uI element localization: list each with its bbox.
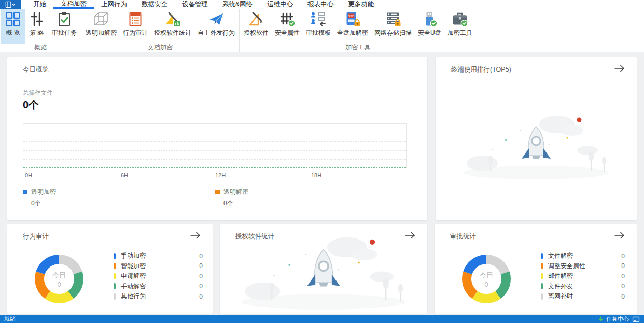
top-menu-bar: 开始文档加密上网行为数据安全设备管理系统&网络运维中心报表中心更多功能 xyxy=(0,0,644,9)
doc-list-icon xyxy=(127,11,144,27)
legend-value: 0 xyxy=(199,283,203,290)
ribbon-button-licensed-software[interactable]: 授权软件 xyxy=(241,9,272,44)
svg-text:SSD: SSD xyxy=(348,15,354,18)
ribbon-button-licensed-software-stats[interactable]: 授权软件统计 xyxy=(151,9,194,44)
cube-icon xyxy=(93,11,109,27)
behavior-audit-card: 行为审计 今日0 手动加密0智能加密0申请解密0手动解密0其他行为0 xyxy=(7,224,213,314)
menu-tab-home[interactable]: 开始 xyxy=(26,0,53,9)
ribbon-button-label: 加密工具 xyxy=(447,29,472,37)
ribbon-button-behavior-audit[interactable]: 行为审计 xyxy=(120,9,151,44)
legend-label: 文件外发 xyxy=(548,282,621,291)
menu-tab-data-security[interactable]: 数据安全 xyxy=(134,0,175,9)
usb-check-icon xyxy=(421,11,438,27)
behavior-legend: 手动加密0智能加密0申请解密0手动解密0其他行为0 xyxy=(114,251,203,302)
legend-marker xyxy=(114,253,116,259)
ribbon-button-label: 透明加解密 xyxy=(86,29,117,37)
legend-label: 离网补时 xyxy=(548,292,621,301)
ribbon-button-label: 策 略 xyxy=(30,29,44,37)
x-tick: 12H xyxy=(215,172,226,178)
legend-marker xyxy=(114,283,116,289)
axis-baseline xyxy=(23,167,406,168)
empty-state-illustration xyxy=(235,225,412,313)
legend-value: 0 xyxy=(621,293,625,300)
task-center-button[interactable]: 任务中心 xyxy=(598,315,629,323)
ribbon-button-approval-tasks[interactable]: 审批任务 xyxy=(49,9,80,44)
menu-tab-web-behavior[interactable]: 上网行为 xyxy=(94,0,134,9)
menu-tabs: 开始文档加密上网行为数据安全设备管理系统&网络运维中心报表中心更多功能 xyxy=(26,0,381,9)
ribbon-button-label: 行为审计 xyxy=(123,29,148,37)
ribbon-toolbar: 概 览策 略审批任务概览透明加解密行为审计授权软件统计自主外发行为文档加密授权软… xyxy=(0,9,644,52)
task-window-icon[interactable] xyxy=(632,316,640,322)
chart-pencil-icon xyxy=(164,11,181,27)
legend-value: 0 xyxy=(621,273,625,280)
ribbon-group-label: 文档加密 xyxy=(81,44,239,52)
arrow-right-icon[interactable] xyxy=(190,231,201,241)
legend-transparent-encrypt: 透明加密 0个 xyxy=(23,188,56,208)
sliders-icon xyxy=(29,11,45,27)
card-title: 今日概览 xyxy=(23,65,49,74)
ribbon-button-label: 概 览 xyxy=(6,29,20,37)
gridline xyxy=(23,141,406,142)
menu-tab-device-mgmt[interactable]: 设备管理 xyxy=(175,0,215,9)
legend-value: 0 xyxy=(199,262,203,270)
main-content: 今日概览 总操作文件 0个 0H 6H 12H 18H 透明加密 0个 xyxy=(0,52,644,315)
legend-label: 邮件解密 xyxy=(548,272,621,280)
ribbon-button-security-attr[interactable]: 安全属性 xyxy=(272,9,303,44)
org-template-icon xyxy=(310,11,327,27)
arrow-right-icon[interactable] xyxy=(614,231,625,241)
toolbox-check-icon xyxy=(452,11,468,27)
menu-tab-system-network[interactable]: 系统&网络 xyxy=(215,0,260,9)
legend-item: 申请解密0 xyxy=(114,271,203,282)
status-bar: 就绪 任务中心 xyxy=(0,315,644,323)
legend-marker xyxy=(23,190,27,194)
ribbon-button-network-storage-scan[interactable]: 网络存储扫描 xyxy=(371,9,415,44)
svg-text:0: 0 xyxy=(57,280,61,288)
ribbon-button-policy[interactable]: 策 略 xyxy=(25,9,49,44)
legend-value: 0 xyxy=(621,262,625,270)
setsquare-pencil-icon xyxy=(248,11,264,27)
app-window-icon xyxy=(4,1,17,8)
menu-tab-report-center[interactable]: 报表中心 xyxy=(300,0,341,9)
today-overview-card: 今日概览 总操作文件 0个 0H 6H 12H 18H 透明加密 0个 xyxy=(7,57,427,220)
legend-value: 0 xyxy=(199,293,203,300)
svg-text:0: 0 xyxy=(484,280,488,288)
menu-tab-doc-encrypt[interactable]: 文档加密 xyxy=(53,0,94,9)
ribbon-button-label: 授权软件统计 xyxy=(154,29,191,37)
app-menu-button[interactable] xyxy=(0,0,21,9)
svg-text:今日: 今日 xyxy=(480,271,493,279)
ribbon-button-transparent-crypt[interactable]: 透明加解密 xyxy=(82,9,120,44)
total-files-label: 总操作文件 xyxy=(23,89,53,97)
legend-marker xyxy=(541,263,543,269)
card-title: 终端使用排行(TOP5) xyxy=(451,65,511,74)
arrow-right-icon[interactable] xyxy=(614,64,625,74)
ribbon-button-encrypt-tools[interactable]: 加密工具 xyxy=(444,9,475,44)
ribbon-button-approval-template[interactable]: 审批模板 xyxy=(303,9,334,44)
svg-text:今日: 今日 xyxy=(52,271,66,279)
ribbon-button-label: 审批模板 xyxy=(306,29,331,37)
legend-marker xyxy=(541,253,543,259)
legend-value: 0 xyxy=(199,273,203,280)
legend-label: 智能加密 xyxy=(121,262,199,271)
legend-item: 智能加密0 xyxy=(114,261,203,272)
legend-item: 调整安全属性0 xyxy=(541,261,625,272)
ribbon-group: 概 览策 略审批任务概览 xyxy=(0,9,81,52)
ribbon-group-label: 加密工具 xyxy=(240,44,477,52)
ribbon-group: 授权软件安全属性审批模板SSD全盘加解密网络存储扫描安全U盘加密工具加密工具 xyxy=(240,9,477,52)
legend-value: 0 xyxy=(621,252,625,260)
legend-item: 其他行为0 xyxy=(114,291,203,302)
legend-marker xyxy=(541,283,543,289)
menu-tab-more-features[interactable]: 更多功能 xyxy=(341,0,381,9)
clipboard-check-icon xyxy=(56,11,73,27)
ribbon-button-overview[interactable]: 概 览 xyxy=(1,9,25,44)
ribbon-button-secure-usb[interactable]: 安全U盘 xyxy=(415,9,444,44)
task-center-label: 任务中心 xyxy=(606,315,629,323)
download-arrow-icon xyxy=(598,316,604,322)
legend-value: 0 xyxy=(621,283,625,290)
card-title: 行为审计 xyxy=(23,232,49,241)
ribbon-button-label: 安全U盘 xyxy=(418,29,441,37)
ribbon-button-self-outgoing[interactable]: 自主外发行为 xyxy=(194,9,238,44)
ribbon-button-fulldisk-crypt[interactable]: SSD全盘加解密 xyxy=(334,9,371,44)
menu-tab-ops-center[interactable]: 运维中心 xyxy=(260,0,300,9)
gridline xyxy=(23,159,406,160)
legend-item: 手动加密0 xyxy=(114,251,203,261)
